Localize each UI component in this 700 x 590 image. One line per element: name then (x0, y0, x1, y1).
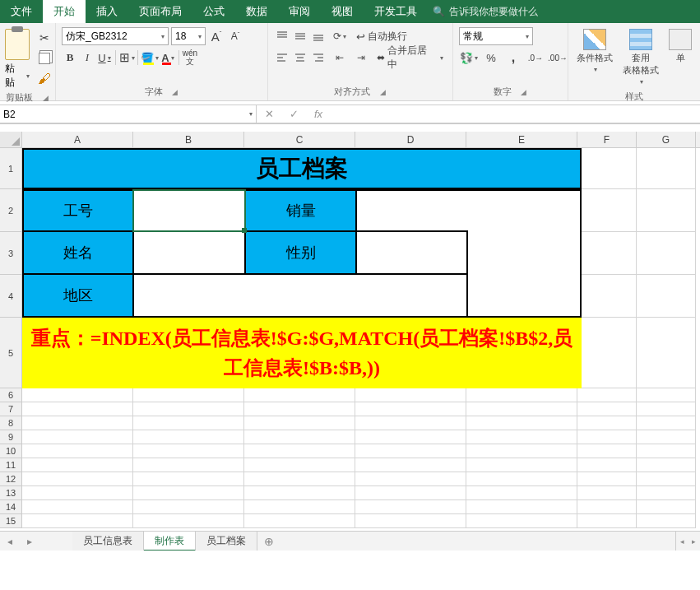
tab-nav-next[interactable]: ▸ (20, 536, 39, 547)
col-header-b[interactable]: B (133, 132, 244, 147)
row-header-15[interactable]: 15 (0, 514, 22, 528)
conditional-format-button[interactable]: 条件格式▾ (572, 27, 618, 75)
ribbon: 粘贴▾ ✂ 🖌 剪贴板◢ 仿宋_GB2312▾ 18▾ Aˆ Aˇ B I U▾ (0, 23, 700, 101)
accept-formula-button[interactable]: ✓ (281, 108, 306, 120)
tab-review[interactable]: 审阅 (278, 0, 321, 23)
cell-a3[interactable]: 姓名 (22, 230, 134, 275)
tab-insert[interactable]: 插入 (86, 0, 128, 23)
tell-me-search[interactable]: 🔍 告诉我你想要做什么 (433, 5, 538, 19)
increase-decimal-button[interactable]: .0→ (526, 49, 545, 67)
align-top-button[interactable] (274, 27, 290, 45)
tab-pagelayout[interactable]: 页面布局 (128, 0, 192, 23)
percent-button[interactable]: % (481, 49, 501, 67)
align-bottom-button[interactable] (310, 27, 327, 45)
clipboard-group-label: 剪贴板 (6, 91, 33, 104)
copy-button[interactable] (35, 49, 53, 67)
align-launcher-icon[interactable]: ◢ (378, 88, 387, 96)
tab-nav-prev[interactable]: ◂ (0, 536, 20, 547)
format-as-table-button[interactable]: 套用 表格格式▾ (618, 27, 664, 87)
insert-function-button[interactable]: fx (306, 108, 331, 120)
row-header-7[interactable]: 7 (0, 402, 22, 416)
align-middle-button[interactable] (292, 27, 308, 45)
phonetic-button[interactable]: wén文 (182, 49, 198, 67)
tab-home[interactable]: 开始 (43, 0, 86, 23)
decrease-indent-button[interactable]: ⇤ (331, 49, 348, 67)
row-header-9[interactable]: 9 (0, 430, 22, 444)
col-header-a[interactable]: A (22, 132, 133, 147)
cell-c3[interactable]: 性别 (244, 230, 357, 275)
table-format-icon (629, 29, 652, 50)
merge-center-button[interactable]: ⬌合并后居中▾ (373, 49, 447, 67)
font-size-combo[interactable]: 18▾ (171, 27, 206, 45)
row-header-11[interactable]: 11 (0, 458, 22, 472)
row-header-1[interactable]: 1 (0, 148, 22, 189)
row-header-2[interactable]: 2 (0, 189, 22, 232)
tab-view[interactable]: 视图 (321, 0, 364, 23)
cell-styles-button[interactable]: 单 (664, 27, 692, 66)
comma-button[interactable]: , (503, 49, 523, 67)
cell-note[interactable]: 重点：=INDEX(员工信息表!$G:$G,MATCH(员工档案!$B$2,员工… (22, 318, 582, 388)
align-left-button[interactable] (274, 49, 290, 67)
cell-c2[interactable]: 销量 (244, 189, 357, 232)
align-center-button[interactable] (292, 49, 308, 67)
row-header-12[interactable]: 12 (0, 472, 22, 486)
row-header-5[interactable]: 5 (0, 318, 22, 388)
select-all-corner[interactable] (0, 132, 22, 147)
row-header-4[interactable]: 4 (0, 275, 22, 318)
border-button[interactable]: ⊞▾ (118, 49, 135, 67)
tab-formulas[interactable]: 公式 (192, 0, 235, 23)
wrap-text-button[interactable]: ↩自动换行 (353, 27, 410, 45)
decrease-decimal-button[interactable]: .00→ (548, 49, 568, 67)
orientation-button[interactable]: ⟳▾ (331, 27, 348, 45)
paste-button[interactable]: 粘贴▾ (3, 26, 33, 90)
font-name-combo[interactable]: 仿宋_GB2312▾ (62, 27, 169, 45)
tab-data[interactable]: 数据 (235, 0, 278, 23)
cell-b4-merged[interactable] (132, 273, 468, 318)
cell-d2[interactable] (355, 189, 468, 232)
row-header-8[interactable]: 8 (0, 416, 22, 430)
clipboard-launcher-icon[interactable]: ◢ (41, 94, 49, 102)
sheet-tab-1[interactable]: 员工信息表 (72, 532, 144, 551)
row-header-3[interactable]: 3 (0, 232, 22, 275)
cancel-formula-button[interactable]: ✕ (257, 108, 281, 120)
col-header-c[interactable]: C (244, 132, 355, 147)
col-header-d[interactable]: D (355, 132, 466, 147)
cell-title[interactable]: 员工档案 (22, 148, 582, 189)
underline-button[interactable]: U▾ (96, 49, 113, 67)
italic-button[interactable]: I (79, 49, 95, 67)
col-header-f[interactable]: F (577, 132, 637, 147)
bold-button[interactable]: B (62, 49, 78, 67)
worksheet-grid[interactable]: 1 2 3 4 5 6 7 8 9 10 11 12 13 14 15 员工档案 (0, 148, 700, 551)
row-header-6[interactable]: 6 (0, 388, 22, 402)
col-header-g[interactable]: G (637, 132, 696, 147)
name-box[interactable]: B2▾ (0, 105, 257, 123)
row-header-10[interactable]: 10 (0, 444, 22, 458)
cell-a4[interactable]: 地区 (22, 273, 134, 318)
align-right-button[interactable] (310, 49, 327, 67)
number-launcher-icon[interactable]: ◢ (520, 88, 528, 96)
cell-b3[interactable] (132, 230, 246, 275)
hscroll-right[interactable]: ◂▸ (675, 532, 700, 551)
col-header-e[interactable]: E (466, 132, 577, 147)
row-header-14[interactable]: 14 (0, 500, 22, 514)
cell-e-merged[interactable] (466, 189, 582, 318)
cut-button[interactable]: ✂ (35, 29, 53, 47)
format-painter-button[interactable]: 🖌 (35, 70, 53, 88)
font-launcher-icon[interactable]: ◢ (171, 88, 179, 96)
fill-color-button[interactable]: 🪣▾ (141, 49, 159, 67)
add-sheet-button[interactable]: ⊕ (257, 535, 280, 548)
formula-bar-input[interactable] (331, 105, 700, 123)
row-header-13[interactable]: 13 (0, 486, 22, 500)
shrink-font-button[interactable]: Aˇ (227, 27, 243, 45)
tab-developer[interactable]: 开发工具 (364, 0, 428, 23)
cell-d3[interactable] (355, 230, 468, 275)
number-format-combo[interactable]: 常规▾ (459, 27, 533, 45)
accounting-button[interactable]: 💱▾ (459, 49, 479, 67)
font-color-button[interactable]: A▾ (160, 49, 176, 67)
sheet-tab-2[interactable]: 制作表 (144, 532, 196, 551)
grow-font-button[interactable]: Aˆ (208, 27, 225, 45)
sheet-tab-3[interactable]: 员工档案 (196, 532, 257, 551)
cell-a2[interactable]: 工号 (22, 189, 134, 232)
tab-file[interactable]: 文件 (0, 0, 43, 23)
increase-indent-button[interactable]: ⇥ (353, 49, 369, 67)
